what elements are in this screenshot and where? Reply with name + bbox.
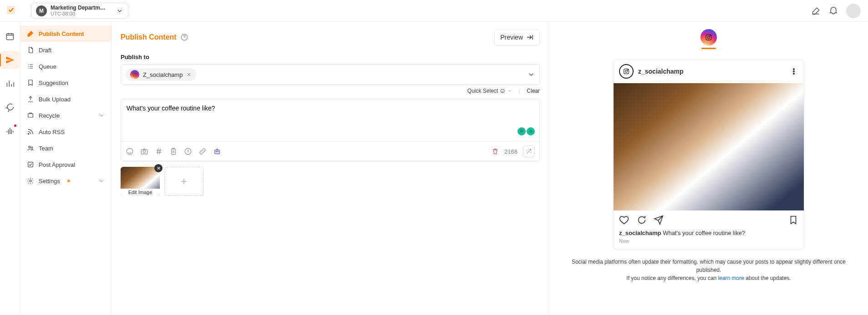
svg-rect-5 [28,162,33,167]
topbar: M Marketing Departm… UTC-08:00 [0,0,868,22]
approval-icon [27,161,34,168]
settings-indicator-dot [67,180,70,182]
publish-account-select[interactable]: Z_socialchamp [121,64,540,85]
sidebar-label: Queue [39,63,56,70]
chevron-down-icon [98,178,105,184]
sidebar-item-auto-rss[interactable]: Auto RSS [20,124,111,140]
document-icon [27,46,34,54]
heart-icon[interactable] [619,215,629,225]
clear-accounts-button[interactable]: Clear [527,88,540,94]
rail-listen[interactable] [1,122,19,140]
chevron-down-icon [98,112,105,119]
tab-instagram[interactable] [700,29,717,45]
media-thumbnail[interactable]: ✕ Edit Image [121,167,160,196]
edit-image-label[interactable]: Edit Image [121,189,160,196]
hashtag-icon[interactable] [155,147,163,155]
svg-point-10 [136,73,136,74]
idea-badge-icon[interactable] [518,127,526,135]
remove-media-icon[interactable]: ✕ [154,164,162,172]
instagram-icon [705,33,713,41]
sidebar-item-queue[interactable]: Queue [20,58,111,75]
remove-account-icon[interactable] [186,72,192,77]
post-text-input[interactable] [121,99,539,140]
sidebar-item-suggestion[interactable]: Suggestion [20,75,111,91]
trash-icon[interactable] [492,148,499,155]
sidebar-item-draft[interactable]: Draft [20,42,111,58]
comment-icon[interactable] [636,215,646,225]
sidebar-label: Post Approval [39,161,75,168]
preview-timestamp: Now [614,238,804,249]
magic-wand-button[interactable] [523,145,535,157]
compose-icon[interactable] [812,6,821,15]
svg-rect-15 [172,149,176,155]
page-title: Publish Content [121,33,188,41]
sidebar-label: Bulk Upload [39,96,71,103]
rail-engage[interactable] [1,98,19,116]
rail-publish[interactable] [1,51,19,69]
add-media-button[interactable]: + [164,167,203,196]
bookmark-icon [27,79,34,86]
char-count: 2168 [504,148,518,155]
clock-icon[interactable] [184,147,192,155]
sidebar-item-publish-content[interactable]: Publish Content [20,25,111,42]
ai-robot-icon[interactable] [213,147,221,155]
camera-icon[interactable] [140,147,148,155]
upload-icon [27,95,34,103]
sidebar: Publish Content Draft Queue Suggestion B… [20,22,112,315]
media-attachments: ✕ Edit Image + [121,167,540,196]
svg-point-14 [143,150,145,153]
preview-caption: z_socialchamp What's your coffee routine… [614,230,804,238]
chevron-down-icon [116,7,123,15]
workspace-switcher[interactable]: M Marketing Departm… UTC-08:00 [31,3,128,19]
app-logo[interactable] [5,5,16,15]
recycle-icon [27,112,34,119]
arrow-right-bar-icon [526,33,534,41]
sidebar-item-team[interactable]: Team [20,140,111,156]
sidebar-label: Auto RSS [39,129,65,135]
composer: 2168 [121,99,540,161]
svg-point-26 [793,69,795,70]
account-chip: Z_socialchamp [126,68,196,81]
quick-select-button[interactable]: Quick Select [467,88,513,94]
bookmark-icon[interactable] [788,215,798,225]
main-composer: Publish Content Preview Publish to Z_soc… [112,22,549,315]
link-icon[interactable] [198,147,207,155]
workspace-timezone: UTC-08:00 [51,11,110,16]
grammarly-badge-icon[interactable] [527,127,535,135]
emoji-icon[interactable] [126,147,134,155]
learn-more-link[interactable]: learn more [718,275,744,281]
rail-calendar[interactable] [1,27,19,45]
sidebar-item-settings[interactable]: Settings [20,173,111,189]
bell-icon[interactable] [829,6,838,15]
svg-point-6 [30,180,31,182]
chevron-down-icon [507,88,513,94]
preview-button[interactable]: Preview [494,29,540,45]
sidebar-label: Publish Content [39,30,84,37]
instagram-preview-card: z_socialchamp z_socialchamp What's your … [613,59,804,250]
svg-point-24 [625,70,628,73]
user-avatar[interactable] [846,4,861,18]
rss-icon [27,128,34,135]
sidebar-item-recycle[interactable]: Recycle [20,107,111,124]
info-icon [500,88,505,94]
svg-point-3 [29,146,30,148]
preview-image [614,83,804,210]
clipboard-icon[interactable] [169,147,178,155]
team-icon [27,145,34,152]
share-icon[interactable] [654,215,664,225]
left-rail [0,22,20,315]
more-icon[interactable] [789,67,798,76]
help-icon[interactable] [180,33,188,41]
rail-analytics[interactable] [1,75,19,93]
preview-disclaimer: Social media platforms often update thei… [560,258,857,282]
list-icon [27,63,34,70]
chevron-down-icon [528,71,535,78]
sidebar-label: Team [39,145,53,152]
sidebar-item-bulk-upload[interactable]: Bulk Upload [20,91,111,107]
platform-tabs [560,29,857,45]
preview-pane: z_socialchamp z_socialchamp What's your … [549,22,868,315]
instagram-icon [130,70,139,79]
workspace-name: Marketing Departm… [51,5,110,11]
svg-point-25 [628,70,628,70]
sidebar-item-post-approval[interactable]: Post Approval [20,156,111,173]
